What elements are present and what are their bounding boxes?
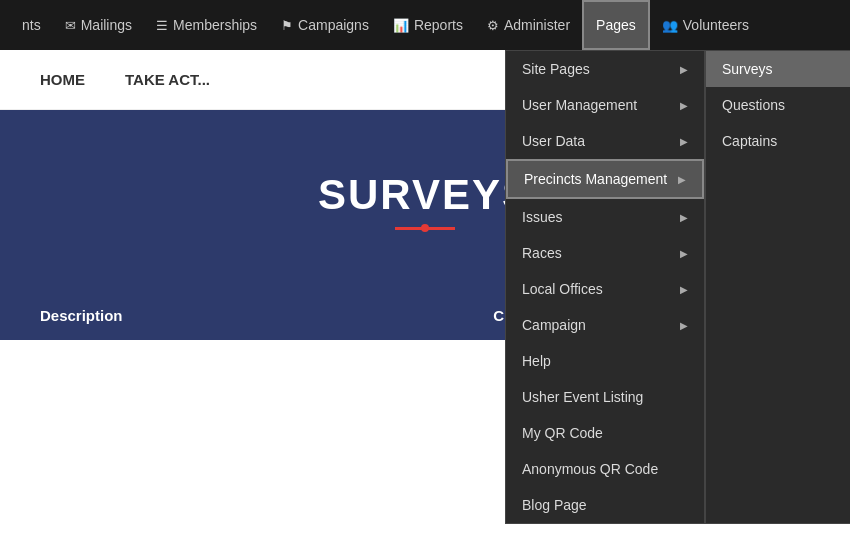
precincts-management-label: Precincts Management bbox=[524, 171, 667, 187]
races-label: Races bbox=[522, 245, 562, 261]
nav-item-campaigns[interactable]: ⚑ Campaigns bbox=[269, 0, 381, 50]
hero-divider bbox=[395, 227, 455, 230]
dropdown-local-offices[interactable]: Local Offices ▶ bbox=[506, 271, 704, 307]
user-management-label: User Management bbox=[522, 97, 637, 113]
dropdown-anonymous-qr-code[interactable]: Anonymous QR Code bbox=[506, 451, 704, 487]
my-qr-code-label: My QR Code bbox=[522, 425, 603, 441]
local-offices-label: Local Offices bbox=[522, 281, 603, 297]
memberships-label: Memberships bbox=[173, 17, 257, 33]
hero-title: SURVEYS bbox=[318, 171, 532, 219]
top-nav: nts ✉ Mailings ☰ Memberships ⚑ Campaigns… bbox=[0, 0, 850, 50]
dropdown-container: Site Pages ▶ User Management ▶ User Data… bbox=[505, 50, 850, 524]
mailings-icon: ✉ bbox=[65, 18, 76, 33]
dropdown-issues[interactable]: Issues ▶ bbox=[506, 199, 704, 235]
dropdown-site-pages[interactable]: Site Pages ▶ bbox=[506, 51, 704, 87]
local-offices-arrow: ▶ bbox=[680, 284, 688, 295]
dropdown-user-management[interactable]: User Management ▶ bbox=[506, 87, 704, 123]
site-pages-label: Site Pages bbox=[522, 61, 590, 77]
nav-item-volunteers[interactable]: 👥 Volunteers bbox=[650, 0, 761, 50]
dropdown-blog-page[interactable]: Blog Page bbox=[506, 487, 704, 523]
dropdown-races[interactable]: Races ▶ bbox=[506, 235, 704, 271]
dropdown-precincts-management[interactable]: Precincts Management ▶ bbox=[506, 159, 704, 199]
submenu: Surveys Questions Captains bbox=[705, 50, 850, 524]
usher-event-listing-label: Usher Event Listing bbox=[522, 389, 643, 405]
reports-label: Reports bbox=[414, 17, 463, 33]
secondary-nav-home[interactable]: HOME bbox=[20, 71, 105, 88]
nav-item-reports[interactable]: 📊 Reports bbox=[381, 0, 475, 50]
nav-item-memberships[interactable]: ☰ Memberships bbox=[144, 0, 269, 50]
dropdown-campaign[interactable]: Campaign ▶ bbox=[506, 307, 704, 343]
precincts-management-arrow: ▶ bbox=[678, 174, 686, 185]
submenu-surveys[interactable]: Surveys bbox=[706, 51, 850, 87]
memberships-icon: ☰ bbox=[156, 18, 168, 33]
races-arrow: ▶ bbox=[680, 248, 688, 259]
nts-label: nts bbox=[22, 17, 41, 33]
dropdown-user-data[interactable]: User Data ▶ bbox=[506, 123, 704, 159]
help-label: Help bbox=[522, 353, 551, 369]
nav-item-nts[interactable]: nts bbox=[10, 0, 53, 50]
anonymous-qr-code-label: Anonymous QR Code bbox=[522, 461, 658, 477]
secondary-nav-take-action[interactable]: TAKE ACT... bbox=[105, 71, 230, 88]
dropdown-my-qr-code[interactable]: My QR Code bbox=[506, 415, 704, 451]
administer-label: Administer bbox=[504, 17, 570, 33]
blog-page-label: Blog Page bbox=[522, 497, 587, 513]
campaigns-icon: ⚑ bbox=[281, 18, 293, 33]
user-data-arrow: ▶ bbox=[680, 136, 688, 147]
campaigns-label: Campaigns bbox=[298, 17, 369, 33]
user-data-label: User Data bbox=[522, 133, 585, 149]
dropdown-menu: Site Pages ▶ User Management ▶ User Data… bbox=[505, 50, 705, 524]
nav-item-pages[interactable]: Pages bbox=[582, 0, 650, 50]
take-action-label: TAKE ACT... bbox=[125, 71, 210, 88]
volunteers-icon: 👥 bbox=[662, 18, 678, 33]
nav-item-mailings[interactable]: ✉ Mailings bbox=[53, 0, 144, 50]
volunteers-label: Volunteers bbox=[683, 17, 749, 33]
table-header-description: Description bbox=[40, 307, 425, 324]
surveys-submenu-label: Surveys bbox=[722, 61, 773, 77]
submenu-captains[interactable]: Captains bbox=[706, 123, 850, 159]
campaign-label: Campaign bbox=[522, 317, 586, 333]
nav-item-administer[interactable]: ⚙ Administer bbox=[475, 0, 582, 50]
pages-label: Pages bbox=[596, 17, 636, 33]
dropdown-usher-event-listing[interactable]: Usher Event Listing bbox=[506, 379, 704, 415]
reports-icon: 📊 bbox=[393, 18, 409, 33]
questions-submenu-label: Questions bbox=[722, 97, 785, 113]
campaign-arrow: ▶ bbox=[680, 320, 688, 331]
site-pages-arrow: ▶ bbox=[680, 64, 688, 75]
issues-label: Issues bbox=[522, 209, 562, 225]
home-label: HOME bbox=[40, 71, 85, 88]
user-management-arrow: ▶ bbox=[680, 100, 688, 111]
dropdown-help[interactable]: Help bbox=[506, 343, 704, 379]
mailings-label: Mailings bbox=[81, 17, 132, 33]
submenu-questions[interactable]: Questions bbox=[706, 87, 850, 123]
issues-arrow: ▶ bbox=[680, 212, 688, 223]
administer-icon: ⚙ bbox=[487, 18, 499, 33]
captains-submenu-label: Captains bbox=[722, 133, 777, 149]
